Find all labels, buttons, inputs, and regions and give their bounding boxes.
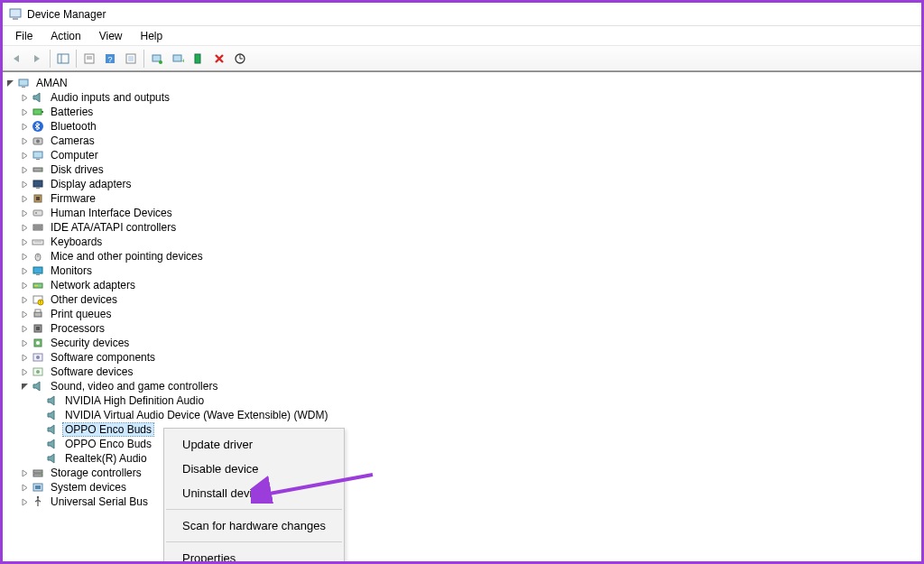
expand-icon[interactable] (19, 121, 30, 132)
tree-node[interactable]: Universal Serial Bus (5, 495, 919, 509)
system-icon (31, 480, 45, 495)
help-icon[interactable]: ? (100, 49, 120, 69)
tree-node[interactable]: Computer (5, 148, 919, 162)
forward-arrow-icon[interactable] (27, 49, 47, 69)
properties-icon[interactable] (79, 49, 99, 69)
expand-icon[interactable] (19, 352, 30, 363)
refresh-icon[interactable] (121, 49, 141, 69)
tree-node[interactable]: Storage controllers (5, 466, 919, 480)
expand-icon[interactable] (19, 193, 30, 204)
collapse-icon[interactable] (5, 78, 15, 88)
expand-icon[interactable] (19, 222, 30, 233)
expand-icon[interactable] (19, 265, 30, 276)
expand-icon[interactable] (19, 467, 30, 478)
svg-text:?: ? (107, 55, 112, 64)
tree-node[interactable]: Processors (5, 321, 919, 336)
uninstall-device-icon[interactable] (189, 49, 208, 69)
expand-icon[interactable] (19, 251, 30, 262)
expand-icon[interactable] (19, 164, 30, 175)
expand-icon[interactable] (19, 179, 30, 190)
tree-node[interactable]: OPPO Enco Buds (5, 437, 919, 451)
tree-root-node[interactable]: AMAN (5, 76, 919, 90)
svg-rect-18 (22, 87, 25, 88)
context-menu-item[interactable]: Uninstall device (164, 481, 344, 505)
back-arrow-icon[interactable] (6, 49, 26, 69)
tree-node[interactable]: OPPO Enco Buds (5, 422, 919, 437)
tree-node[interactable]: NVIDIA High Definition Audio (5, 393, 919, 408)
tree-node-label: NVIDIA High Definition Audio (63, 394, 206, 407)
tree-node[interactable]: Disk drives (5, 162, 919, 177)
svg-rect-0 (10, 9, 21, 17)
context-menu: Update driverDisable deviceUninstall dev… (163, 428, 345, 561)
monitor-add-icon[interactable]: + (168, 49, 188, 69)
scan-hardware-icon[interactable] (147, 49, 167, 69)
tree-node-label: Software devices (49, 365, 134, 378)
svg-point-21 (32, 121, 43, 132)
expand-icon[interactable] (19, 366, 30, 377)
expand-icon[interactable] (19, 92, 30, 103)
menu-file[interactable]: File (6, 28, 42, 44)
expand-icon[interactable] (19, 323, 30, 334)
svg-rect-20 (42, 111, 43, 113)
svg-rect-28 (33, 180, 42, 187)
tree-node[interactable]: Software components (5, 350, 919, 365)
hid-icon (31, 206, 45, 220)
tree-node[interactable]: Network adapters (5, 278, 919, 292)
context-menu-item[interactable]: Update driver (164, 432, 344, 457)
network-icon (31, 278, 45, 292)
menu-help[interactable]: Help (132, 28, 172, 44)
tree-node[interactable]: Software devices (5, 365, 919, 379)
tree-node[interactable]: Monitors (5, 264, 919, 278)
expand-icon[interactable] (19, 280, 30, 291)
tree-node[interactable]: !Other devices (5, 292, 919, 307)
tree-node-label: Firmware (49, 192, 97, 205)
device-tree[interactable]: AMANAudio inputs and outputsBatteriesBlu… (3, 71, 921, 561)
svg-rect-52 (36, 327, 40, 330)
expand-icon[interactable] (19, 337, 30, 348)
tree-node[interactable]: Cameras (5, 134, 919, 148)
tree-node-label: Storage controllers (49, 467, 143, 479)
expand-icon[interactable] (19, 135, 30, 146)
collapse-icon[interactable] (19, 381, 30, 392)
tree-node-label: Computer (49, 149, 100, 162)
audio-icon (45, 408, 60, 422)
menu-view[interactable]: View (90, 28, 132, 44)
tree-node[interactable]: System devices (5, 480, 919, 495)
tree-node[interactable]: Keyboards (5, 235, 919, 249)
expand-icon[interactable] (19, 106, 30, 117)
tree-node[interactable]: IDE ATA/ATAPI controllers (5, 220, 919, 235)
tree-node[interactable]: Display adapters (5, 177, 919, 191)
expand-icon[interactable] (19, 150, 30, 161)
update-driver-icon[interactable] (230, 49, 250, 69)
expand-icon[interactable] (19, 482, 30, 493)
tree-node[interactable]: Security devices (5, 336, 919, 350)
tree-node[interactable]: Firmware (5, 191, 919, 206)
menu-action[interactable]: Action (42, 28, 89, 44)
expand-icon[interactable] (19, 309, 30, 319)
context-menu-item[interactable]: Properties (164, 546, 344, 561)
expand-icon[interactable] (19, 236, 30, 247)
expand-icon[interactable] (19, 496, 30, 507)
other-icon: ! (31, 292, 45, 307)
tree-node[interactable]: NVIDIA Virtual Audio Device (Wave Extens… (5, 408, 919, 422)
expand-icon[interactable] (19, 294, 30, 305)
tree-node[interactable]: Audio inputs and outputs (5, 90, 919, 105)
tree-node-label: Monitors (49, 264, 94, 277)
tree-node[interactable]: Sound, video and game controllers (5, 379, 919, 393)
show-hide-tree-icon[interactable] (53, 49, 73, 69)
tree-node[interactable]: Mice and other pointing devices (5, 249, 919, 264)
tree-node[interactable]: Bluetooth (5, 119, 919, 134)
toolbar: ? + (3, 46, 921, 71)
tree-node-label: Disk drives (49, 163, 106, 176)
context-menu-item[interactable]: Disable device (164, 457, 344, 481)
printer-icon (31, 307, 45, 321)
svg-rect-15 (195, 54, 200, 63)
tree-node[interactable]: Batteries (5, 105, 919, 119)
delete-icon[interactable] (209, 49, 229, 69)
expand-icon[interactable] (19, 208, 30, 218)
tree-node[interactable]: Realtek(R) Audio (5, 451, 919, 466)
tree-node[interactable]: Human Interface Devices (5, 206, 919, 220)
tree-node[interactable]: Print queues (5, 307, 919, 321)
context-menu-item[interactable]: Scan for hardware changes (164, 513, 344, 538)
svg-rect-32 (33, 210, 42, 216)
